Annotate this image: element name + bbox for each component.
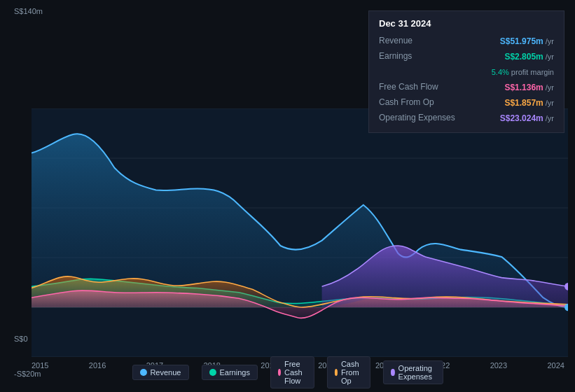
legend-earnings-dot xyxy=(209,369,216,376)
tooltip-fcf-value: S$1.136m/yr xyxy=(504,80,554,93)
tooltip-earnings-sub-row: 5.4% profit margin xyxy=(379,64,554,79)
x-label-2015: 2015 xyxy=(32,361,48,370)
tooltip-date: Dec 31 2024 xyxy=(379,18,554,29)
legend-opex-label: Operating Expenses xyxy=(399,364,436,381)
tooltip-fcf-row: Free Cash Flow S$1.136m/yr xyxy=(379,79,554,94)
tooltip-profit-margin: 5.4% profit margin xyxy=(489,65,554,78)
legend-opex[interactable]: Operating Expenses xyxy=(383,360,443,384)
tooltip-revenue-label: Revenue xyxy=(379,36,456,46)
legend-fcf-dot xyxy=(278,369,281,376)
y-axis-top-label: S$140m xyxy=(14,7,43,15)
tooltip-revenue-value: S$51.975m/yr xyxy=(500,34,554,47)
tooltip-opex-label: Operating Expenses xyxy=(379,113,456,122)
chart-legend: Revenue Earnings Free Cash Flow Cash Fro… xyxy=(132,356,443,388)
legend-fcf-label: Free Cash Flow xyxy=(284,360,307,385)
tooltip-opex-value: S$23.024m/yr xyxy=(500,111,554,124)
x-label-2024: 2024 xyxy=(547,361,564,370)
legend-opex-dot xyxy=(391,369,394,376)
tooltip-earnings-label: Earnings xyxy=(379,51,456,61)
data-tooltip: Dec 31 2024 Revenue S$51.975m/yr Earning… xyxy=(368,10,564,133)
tooltip-cashfromop-label: Cash From Op xyxy=(379,97,456,107)
tooltip-cashfromop-row: Cash From Op S$1.857m/yr xyxy=(379,94,554,110)
legend-earnings[interactable]: Earnings xyxy=(201,365,257,380)
legend-cashfromop-dot xyxy=(335,369,338,376)
y-axis-neg-label: -S$20m xyxy=(14,370,41,378)
main-chart xyxy=(32,108,568,357)
x-label-2023: 2023 xyxy=(490,361,507,370)
legend-revenue[interactable]: Revenue xyxy=(132,365,188,380)
legend-fcf[interactable]: Free Cash Flow xyxy=(270,356,314,388)
x-label-2016: 2016 xyxy=(89,361,106,370)
tooltip-cashfromop-value: S$1.857m/yr xyxy=(504,96,554,108)
legend-cashfromop-label: Cash From Op xyxy=(341,360,363,385)
legend-revenue-label: Revenue xyxy=(150,368,181,377)
tooltip-revenue-row: Revenue S$51.975m/yr xyxy=(379,33,554,48)
legend-cashfromop[interactable]: Cash From Op xyxy=(327,356,371,388)
tooltip-opex-row: Operating Expenses S$23.024m/yr xyxy=(379,110,554,125)
legend-earnings-label: Earnings xyxy=(219,368,249,377)
tooltip-earnings-value: S$2.805m/yr xyxy=(504,50,554,62)
legend-revenue-dot xyxy=(139,369,146,376)
tooltip-earnings-row: Earnings S$2.805m/yr xyxy=(379,48,554,64)
tooltip-fcf-label: Free Cash Flow xyxy=(379,82,456,92)
chart-container xyxy=(0,108,575,357)
